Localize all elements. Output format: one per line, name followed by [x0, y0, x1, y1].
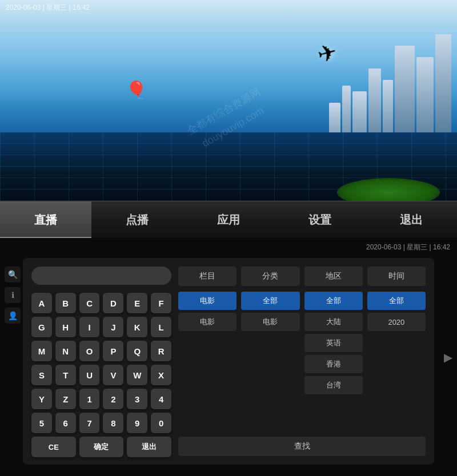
- filter-option-category-all[interactable]: 全部: [241, 292, 299, 310]
- clear-button[interactable]: CE: [31, 437, 76, 457]
- key-H[interactable]: H: [55, 317, 76, 337]
- key-W[interactable]: W: [127, 365, 147, 385]
- key-6[interactable]: 6: [55, 413, 76, 433]
- filter-option-region-all[interactable]: 全部: [304, 292, 363, 310]
- key-X[interactable]: X: [151, 365, 171, 385]
- filter-col-region: 全部 大陆 英语 香港 台湾: [304, 292, 363, 430]
- confirm-button[interactable]: 确定: [79, 437, 124, 457]
- key-U[interactable]: U: [79, 365, 100, 385]
- filter-columns: 电影 电影 全部 电影 全部 大陆 英语 香港 台湾: [178, 292, 426, 430]
- filter-header-category[interactable]: 分类: [241, 267, 299, 286]
- key-0[interactable]: 0: [151, 413, 171, 433]
- key-3[interactable]: 3: [127, 389, 147, 409]
- key-8[interactable]: 8: [103, 413, 123, 433]
- key-R[interactable]: R: [151, 341, 171, 361]
- key-L[interactable]: L: [151, 317, 171, 337]
- right-scroll-arrow[interactable]: ▶: [444, 350, 452, 364]
- key-D[interactable]: D: [103, 293, 123, 313]
- key-Q[interactable]: Q: [127, 341, 147, 361]
- filter-headers: 栏目 分类 地区 时间: [178, 267, 426, 286]
- key-S[interactable]: S: [31, 365, 52, 385]
- key-G[interactable]: G: [31, 317, 52, 337]
- key-K[interactable]: K: [127, 317, 147, 337]
- key-N[interactable]: N: [55, 341, 76, 361]
- filter-option-time-2020[interactable]: 2020: [367, 313, 426, 331]
- key-B[interactable]: B: [55, 293, 76, 313]
- key-V[interactable]: V: [103, 365, 123, 385]
- filter-header-region[interactable]: 地区: [304, 267, 363, 286]
- info-side-icon[interactable]: ℹ: [5, 287, 21, 303]
- nav-item-exit[interactable]: 退出: [366, 201, 457, 239]
- filter-option-channel-movie2[interactable]: 电影: [178, 313, 236, 331]
- key-P[interactable]: P: [103, 341, 123, 361]
- filter-col-channel: 电影 电影: [178, 292, 236, 430]
- bottom-section: 2020-06-03 | 星期三 | 16:42 🔍 ℹ 👤 ▶ A B C D…: [0, 238, 457, 476]
- search-input[interactable]: [31, 267, 171, 285]
- search-bottom-row: 查找: [178, 437, 426, 456]
- key-C[interactable]: C: [79, 293, 100, 313]
- balloon-icon: 🎈: [126, 80, 147, 100]
- key-A[interactable]: A: [31, 293, 52, 313]
- navigation-bar: 直播 点播 应用 设置 退出: [0, 201, 457, 238]
- filter-option-region-hongkong[interactable]: 香港: [304, 355, 363, 373]
- datetime-top: 2020-06-03 | 星期三 | 16:42: [6, 3, 90, 13]
- filter-option-region-mainland[interactable]: 大陆: [304, 313, 363, 331]
- exit-keyboard-button[interactable]: 退出: [127, 437, 171, 457]
- key-2[interactable]: 2: [103, 389, 123, 409]
- nav-item-settings[interactable]: 设置: [274, 201, 366, 239]
- datetime-bottom: 2020-06-03 | 星期三 | 16:42: [366, 243, 450, 252]
- filter-area: 栏目 分类 地区 时间 电影 电影 全部 电影 全部: [178, 267, 426, 456]
- key-F[interactable]: F: [151, 293, 171, 313]
- key-O[interactable]: O: [79, 341, 100, 361]
- user-side-icon[interactable]: 👤: [5, 308, 21, 324]
- key-4[interactable]: 4: [151, 389, 171, 409]
- filter-header-channel[interactable]: 栏目: [178, 267, 236, 286]
- keyboard-action-row: CE 确定 退出: [31, 437, 171, 457]
- key-1[interactable]: 1: [79, 389, 100, 409]
- filter-col-category: 全部 电影: [241, 292, 299, 430]
- filter-option-region-taiwan[interactable]: 台湾: [304, 376, 363, 394]
- search-panel: A B C D E F G H I J K L M N O P Q R S T: [23, 258, 434, 465]
- key-M[interactable]: M: [31, 341, 52, 361]
- top-section: 2020-06-03 | 星期三 | 16:42 ✈ 🎈 全都有综合资源网dou…: [0, 0, 457, 238]
- keyboard-alpha-grid: A B C D E F G H I J K L M N O P Q R S T: [31, 293, 171, 433]
- filter-header-time[interactable]: 时间: [367, 267, 426, 286]
- key-E[interactable]: E: [127, 293, 147, 313]
- key-7[interactable]: 7: [79, 413, 100, 433]
- search-execute-button[interactable]: 查找: [178, 437, 426, 456]
- key-T[interactable]: T: [55, 365, 76, 385]
- key-I[interactable]: I: [79, 317, 100, 337]
- nav-item-live[interactable]: 直播: [0, 201, 91, 239]
- filter-option-category-movie[interactable]: 电影: [241, 313, 299, 331]
- filter-col-time: 全部 2020: [367, 292, 426, 430]
- filter-option-channel-movie[interactable]: 电影: [178, 292, 236, 310]
- key-J[interactable]: J: [103, 317, 123, 337]
- nav-item-vod[interactable]: 点播: [91, 201, 183, 239]
- nav-item-apps[interactable]: 应用: [183, 201, 274, 239]
- side-icons: 🔍 ℹ 👤: [5, 267, 21, 324]
- key-Y[interactable]: Y: [31, 389, 52, 409]
- keyboard-area: A B C D E F G H I J K L M N O P Q R S T: [31, 267, 171, 456]
- filter-option-region-english[interactable]: 英语: [304, 334, 363, 352]
- key-5[interactable]: 5: [31, 413, 52, 433]
- key-9[interactable]: 9: [127, 413, 147, 433]
- search-side-icon[interactable]: 🔍: [5, 267, 21, 283]
- filter-option-time-all[interactable]: 全部: [367, 292, 426, 310]
- key-Z[interactable]: Z: [55, 389, 76, 409]
